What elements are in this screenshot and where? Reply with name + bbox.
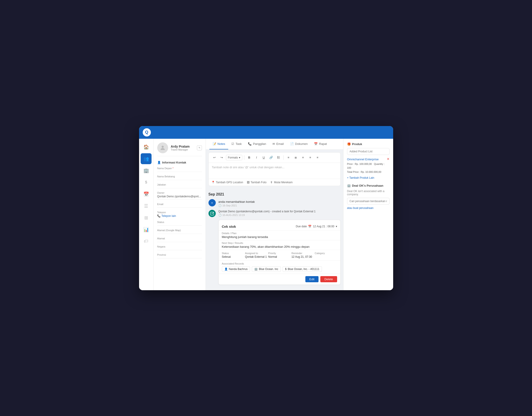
assoc-nanda-label: Nanda Bachrus bbox=[229, 267, 248, 271]
field-google-map-value[interactable] bbox=[157, 232, 202, 234]
gps-location-button[interactable]: 📍 Tambah GPS Location bbox=[211, 181, 243, 184]
task-card-due: Due date 📅 12 Aug 21 : 08:00 ▾ bbox=[296, 225, 337, 228]
meta-priority-value: Normal bbox=[268, 255, 290, 258]
align-left-button[interactable]: ≡ bbox=[285, 154, 292, 161]
gps-label: Tambah GPS Location bbox=[216, 181, 243, 184]
due-chevron-icon[interactable]: ▾ bbox=[336, 225, 337, 228]
tab-notes[interactable]: 📝 Notes bbox=[209, 139, 228, 150]
photo-icon: 🖼 bbox=[247, 181, 249, 184]
product-name[interactable]: Omnichannel Enterprise bbox=[347, 158, 379, 161]
add-product-link[interactable]: + Tambah Produk Lain bbox=[347, 176, 390, 179]
field-email-value[interactable] bbox=[157, 206, 202, 208]
task-activity-content: Qontak Demo (qontakdemo@qontak.com) - cr… bbox=[218, 210, 341, 218]
person-icon: 👤 bbox=[224, 267, 228, 271]
add-product-text: + Tambah Produk Lain bbox=[347, 176, 374, 179]
sidebar-item-calendar[interactable]: 📅 bbox=[141, 189, 152, 200]
sidebar-item-tag[interactable]: 🏷 bbox=[141, 236, 152, 247]
field-first-name-value[interactable] bbox=[157, 170, 202, 172]
bullet-list-button[interactable]: ≡ bbox=[307, 154, 314, 161]
company-desc: Deal OK isn't associated with a company. bbox=[347, 190, 390, 196]
assoc-tag-blue-ocean[interactable]: 🏢 Blue Ocean. Inc bbox=[252, 266, 281, 272]
unlink-button[interactable]: ⛓ bbox=[275, 154, 282, 161]
top-bar: Q bbox=[139, 126, 393, 139]
meta-category-col: Category bbox=[315, 252, 337, 258]
field-telepon: Telepon 📞 Telepon lain bbox=[157, 211, 202, 218]
assoc-tag-nanda[interactable]: 👤 Nanda Bachrus bbox=[222, 266, 250, 272]
assoc-deal-label: Blue Ocean, Inc. - #01111 bbox=[288, 267, 319, 271]
record-label: Mulai Merekam bbox=[274, 181, 293, 184]
formats-dropdown[interactable]: Formats ▾ bbox=[226, 155, 242, 160]
toolbar-divider-1 bbox=[244, 155, 244, 160]
field-negara-value[interactable] bbox=[157, 249, 202, 250]
product-section-title: 🎁 Produk bbox=[347, 142, 390, 146]
activity-text: anda menambahkan kontak bbox=[218, 200, 255, 203]
field-provinsi-label: Provinsi bbox=[157, 253, 202, 256]
tab-dokumen[interactable]: 📄 Dokumen bbox=[287, 139, 311, 150]
sidebar-item-home[interactable]: 🏠 bbox=[141, 141, 152, 152]
avatar bbox=[157, 142, 168, 153]
activity-month: Sep 2021 bbox=[209, 192, 341, 197]
sidebar-item-list[interactable]: ☰ bbox=[141, 200, 152, 211]
product-search-input[interactable] bbox=[347, 148, 390, 155]
bold-button[interactable]: B bbox=[246, 154, 253, 161]
task-clock-icon: 🕐 bbox=[218, 214, 222, 217]
field-negara-label: Negara bbox=[157, 245, 202, 248]
company-search-input[interactable] bbox=[347, 198, 390, 205]
field-provinsi: Provinsi bbox=[157, 253, 202, 258]
field-jabatan-value[interactable] bbox=[157, 187, 202, 188]
meta-priority-header: Priority bbox=[268, 252, 290, 255]
create-company-link[interactable]: atau buat perusahaan bbox=[347, 206, 390, 210]
product-remove-button[interactable]: ✕ bbox=[387, 157, 390, 161]
ordered-list-button[interactable]: ≡ bbox=[314, 154, 321, 161]
tab-panggilan[interactable]: 📞 Panggilan bbox=[245, 139, 269, 150]
contact-edit-button[interactable]: ✎ bbox=[197, 145, 202, 150]
activity-timestamp: 16-Sep-2021 bbox=[223, 204, 237, 207]
task-header-time-row: 🕐 10-AUG-2021 13:19 bbox=[218, 214, 341, 217]
due-value: 12 Aug 21 : 08:00 bbox=[313, 225, 334, 228]
italic-button[interactable]: I bbox=[253, 154, 260, 161]
add-phone-link[interactable]: 📞 Telepon lain bbox=[157, 214, 202, 218]
tab-task[interactable]: ☑ Task bbox=[228, 139, 245, 150]
field-owner-value[interactable]: Qontak Demo (qontakdemo@qont... bbox=[157, 195, 202, 200]
price-label: Price bbox=[347, 163, 353, 165]
redo-button[interactable]: ↪ bbox=[219, 154, 225, 161]
delete-task-button[interactable]: Delete bbox=[320, 276, 337, 282]
assoc-tag-deal[interactable]: $ Blue Ocean, Inc. - #01111 bbox=[283, 266, 322, 272]
task-card-header-row bbox=[219, 220, 340, 224]
tab-rapat[interactable]: 📅 Rapat bbox=[311, 139, 330, 150]
assoc-blue-ocean-label: Blue Ocean. Inc bbox=[259, 267, 278, 271]
contact-header: Ardy Pratam Travel Manager ✎ bbox=[157, 142, 202, 156]
notes-tab-label: Notes bbox=[218, 142, 225, 146]
field-last-name-value[interactable] bbox=[157, 178, 202, 180]
align-right-button[interactable]: ≡ bbox=[300, 154, 306, 161]
editor-body[interactable]: Tambah note di sini atau '@' untuk chat … bbox=[209, 163, 340, 179]
undo-button[interactable]: ↩ bbox=[211, 154, 218, 161]
record-button[interactable]: 🎙 Mulai Merekam bbox=[270, 181, 293, 184]
link-button[interactable]: 🔗 bbox=[268, 154, 274, 161]
sidebar-item-dollar[interactable]: $ bbox=[141, 177, 152, 188]
field-alamat: Alamat bbox=[157, 237, 202, 242]
task-nextstep-value: Ketersediaan barang 70%, akan ditambhank… bbox=[222, 245, 337, 248]
phone-icon: 📞 bbox=[157, 214, 161, 218]
add-photo-button[interactable]: 🖼 Tambah Foto bbox=[247, 181, 266, 184]
sidebar-item-chart[interactable]: 📊 bbox=[141, 224, 152, 235]
contact-panel: Ardy Pratam Travel Manager ✎ 👤 Informasi… bbox=[154, 139, 206, 290]
field-provinsi-value[interactable] bbox=[157, 257, 202, 258]
icon-sidebar: 🏠 👥 🏢 $ 📅 ☰ ⊞ 📊 🏷 bbox=[139, 139, 154, 290]
meta-status-header: Status bbox=[222, 252, 244, 255]
field-alamat-value[interactable] bbox=[157, 240, 202, 242]
tab-email[interactable]: ✉ Email bbox=[269, 139, 287, 150]
sidebar-item-layers[interactable]: ⊞ bbox=[141, 212, 152, 223]
sidebar-item-contacts[interactable]: 👥 bbox=[141, 153, 152, 164]
sidebar-item-building[interactable]: 🏢 bbox=[141, 165, 152, 176]
field-status-value[interactable] bbox=[157, 224, 202, 226]
meta-reminder-col: Reminder 12 Aug 21, 07:30 bbox=[292, 252, 314, 258]
edit-task-button[interactable]: Edit bbox=[305, 276, 319, 282]
price-value: Rp. 100.000,00 bbox=[355, 163, 372, 165]
qty-label: Quantity bbox=[374, 163, 383, 165]
total-label: Total Price bbox=[347, 170, 359, 173]
align-center-button[interactable]: ≣ bbox=[293, 154, 299, 161]
underline-button[interactable]: U bbox=[261, 154, 267, 161]
contact-name: Ardy Pratam bbox=[171, 145, 190, 148]
field-owner: Owner Qontak Demo (qontakdemo@qont... bbox=[157, 191, 202, 200]
